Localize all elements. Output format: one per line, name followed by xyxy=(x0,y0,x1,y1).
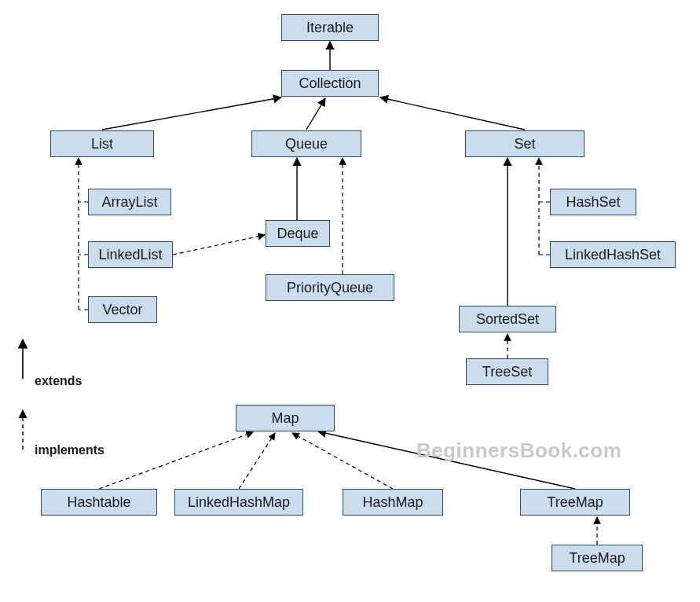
node-treemap: TreeMap xyxy=(520,489,630,516)
svg-line-19 xyxy=(292,433,393,489)
node-label: Vector xyxy=(102,302,142,318)
node-iterable: Iterable xyxy=(281,14,379,41)
svg-line-2 xyxy=(306,98,325,130)
svg-line-18 xyxy=(239,433,275,489)
node-map: Map xyxy=(236,405,335,431)
node-label: List xyxy=(91,136,113,152)
node-linkedlist: LinkedList xyxy=(88,241,173,268)
node-collection: Collection xyxy=(281,70,379,97)
node-label: TreeSet xyxy=(482,364,532,380)
node-label: LinkedHashMap xyxy=(188,494,290,511)
svg-line-17 xyxy=(99,432,253,489)
node-label: LinkedHashSet xyxy=(565,247,661,263)
node-label: HashMap xyxy=(362,494,423,511)
node-label: HashSet xyxy=(566,194,620,211)
node-arraylist: ArrayList xyxy=(88,189,171,215)
node-label: Iterable xyxy=(306,20,354,36)
node-priorityqueue: PriorityQueue xyxy=(266,274,394,301)
legend-implements: implements xyxy=(35,443,104,457)
node-linkedhashmap: LinkedHashMap xyxy=(174,489,303,516)
node-label: ArrayList xyxy=(101,194,157,211)
node-label: Deque xyxy=(277,226,318,242)
node-label: LinkedList xyxy=(98,247,162,263)
node-vector: Vector xyxy=(88,296,157,323)
node-treemap2: TreeMap xyxy=(552,545,643,571)
watermark-text: BeginnersBook.com xyxy=(416,439,621,463)
node-sortedset: SortedSet xyxy=(459,306,556,332)
node-linkedhashset: LinkedHashSet xyxy=(550,241,676,268)
svg-line-3 xyxy=(380,97,525,130)
node-label: Hashtable xyxy=(67,494,130,511)
node-label: SortedSet xyxy=(476,311,539,328)
node-deque: Deque xyxy=(266,220,330,247)
node-hashtable: Hashtable xyxy=(41,489,157,516)
node-label: Collection xyxy=(299,75,361,92)
node-label: TreeMap xyxy=(569,550,625,567)
node-queue: Queue xyxy=(251,130,361,157)
node-label: Map xyxy=(271,410,299,427)
node-set: Set xyxy=(465,130,585,157)
node-label: Set xyxy=(514,136,535,152)
svg-line-1 xyxy=(102,97,281,130)
node-list: List xyxy=(50,130,154,157)
node-hashmap: HashMap xyxy=(343,489,443,516)
legend-extends: extends xyxy=(35,374,82,388)
node-label: TreeMap xyxy=(547,494,603,511)
node-hashset: HashSet xyxy=(550,189,636,215)
node-treeset: TreeSet xyxy=(466,358,548,385)
svg-line-11 xyxy=(173,235,265,255)
node-label: PriorityQueue xyxy=(287,280,373,296)
node-label: Queue xyxy=(285,136,328,152)
